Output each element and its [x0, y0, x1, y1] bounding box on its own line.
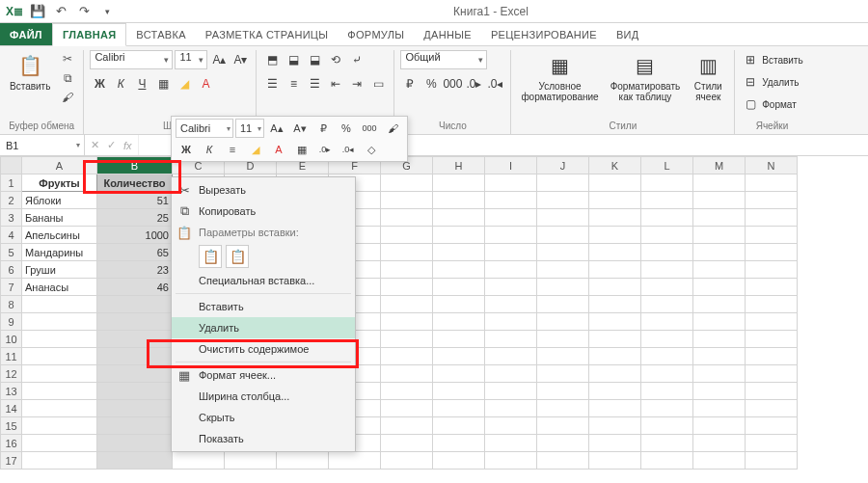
- cell-B6[interactable]: 23: [97, 261, 173, 279]
- cell-M16[interactable]: [693, 435, 746, 452]
- row-header-1[interactable]: 1: [1, 174, 22, 192]
- cell-G14[interactable]: [381, 400, 433, 417]
- cell-L12[interactable]: [641, 365, 693, 383]
- cell-H5[interactable]: [433, 244, 485, 261]
- cell-B1[interactable]: Количество: [97, 174, 173, 192]
- cell-M12[interactable]: [693, 365, 746, 383]
- ctx-show[interactable]: Показать: [172, 428, 355, 449]
- align-center-icon[interactable]: ≡: [284, 74, 303, 94]
- cell-A6[interactable]: Груши: [22, 261, 97, 279]
- cell-G6[interactable]: [381, 261, 433, 279]
- font-name-select[interactable]: Calibri▾: [90, 50, 173, 69]
- ctx-delete[interactable]: Удалить: [172, 317, 355, 338]
- tab-insert[interactable]: ВСТАВКА: [126, 23, 195, 45]
- row-header-3[interactable]: 3: [1, 209, 22, 227]
- align-middle-icon[interactable]: ⬓: [284, 50, 303, 69]
- increase-indent-icon[interactable]: ⇥: [347, 74, 366, 94]
- cell-A11[interactable]: [22, 348, 97, 365]
- cell-H17[interactable]: [433, 452, 485, 470]
- cell-H10[interactable]: [433, 331, 485, 348]
- cell-L17[interactable]: [641, 452, 693, 470]
- row-header-5[interactable]: 5: [1, 244, 22, 261]
- cell-B7[interactable]: 46: [97, 279, 173, 296]
- select-all-corner[interactable]: [1, 157, 22, 174]
- cell-G11[interactable]: [381, 348, 433, 365]
- ctx-column-width[interactable]: Ширина столбца...: [172, 386, 355, 407]
- paste-button[interactable]: 📋 Вставить: [6, 50, 54, 94]
- cell-J12[interactable]: [537, 365, 589, 383]
- delete-cells-button[interactable]: Удалить: [762, 77, 799, 88]
- cell-M17[interactable]: [693, 452, 746, 470]
- decrease-decimal-icon[interactable]: .0◂: [485, 74, 504, 94]
- row-header-15[interactable]: 15: [1, 417, 22, 435]
- cell-G7[interactable]: [381, 279, 433, 296]
- format-painter-icon[interactable]: 🖌: [58, 89, 77, 106]
- cell-N3[interactable]: [746, 209, 798, 227]
- cell-L5[interactable]: [641, 244, 693, 261]
- cell-M1[interactable]: [693, 174, 746, 192]
- name-box[interactable]: B1▾: [0, 135, 85, 155]
- cell-A2[interactable]: Яблоки: [22, 192, 97, 209]
- cell-N17[interactable]: [746, 452, 798, 470]
- cell-H6[interactable]: [433, 261, 485, 279]
- mini-percent-icon[interactable]: %: [336, 119, 357, 138]
- cell-G10[interactable]: [381, 331, 433, 348]
- cell-I13[interactable]: [485, 383, 537, 400]
- cell-A16[interactable]: [22, 435, 97, 452]
- mini-italic[interactable]: К: [199, 140, 220, 159]
- cell-G12[interactable]: [381, 365, 433, 383]
- cell-H2[interactable]: [433, 192, 485, 209]
- column-header-H[interactable]: H: [433, 157, 485, 174]
- cell-A8[interactable]: [22, 296, 97, 313]
- cell-H13[interactable]: [433, 383, 485, 400]
- cell-M6[interactable]: [693, 261, 746, 279]
- cell-G16[interactable]: [381, 435, 433, 452]
- row-header-14[interactable]: 14: [1, 400, 22, 417]
- cell-I3[interactable]: [485, 209, 537, 227]
- cell-H4[interactable]: [433, 227, 485, 244]
- mini-accounting-icon[interactable]: ₽: [312, 119, 334, 138]
- cell-A13[interactable]: [22, 383, 97, 400]
- cell-G3[interactable]: [381, 209, 433, 227]
- column-header-M[interactable]: M: [693, 157, 746, 174]
- tab-file[interactable]: ФАЙЛ: [0, 23, 52, 45]
- cell-L15[interactable]: [641, 417, 693, 435]
- copy-icon[interactable]: ⧉: [58, 69, 77, 87]
- row-header-17[interactable]: 17: [1, 452, 22, 470]
- cell-I9[interactable]: [485, 313, 537, 331]
- cell-L3[interactable]: [641, 209, 693, 227]
- increase-font-icon[interactable]: A▴: [209, 50, 229, 69]
- cell-J1[interactable]: [537, 174, 589, 192]
- ctx-format-cells[interactable]: ▦Формат ячеек...: [172, 364, 355, 386]
- decrease-font-icon[interactable]: A▾: [231, 50, 250, 69]
- column-header-K[interactable]: K: [589, 157, 641, 174]
- align-bottom-icon[interactable]: ⬓: [305, 50, 324, 69]
- cell-B17[interactable]: [97, 452, 173, 470]
- save-icon[interactable]: 💾: [27, 2, 48, 21]
- cell-K11[interactable]: [589, 348, 641, 365]
- cell-K9[interactable]: [589, 313, 641, 331]
- cell-A10[interactable]: [22, 331, 97, 348]
- format-cells-button[interactable]: Формат: [762, 99, 797, 110]
- cell-A1[interactable]: Фрукты: [22, 174, 97, 192]
- cell-M14[interactable]: [693, 400, 746, 417]
- cell-K8[interactable]: [589, 296, 641, 313]
- cell-B8[interactable]: [97, 296, 173, 313]
- increase-decimal-icon[interactable]: .0▸: [464, 74, 483, 94]
- ctx-cut[interactable]: ✂Вырезать: [172, 179, 355, 201]
- number-format-select[interactable]: Общий▾: [400, 50, 487, 69]
- cell-J4[interactable]: [537, 227, 589, 244]
- cell-H14[interactable]: [433, 400, 485, 417]
- conditional-formatting-button[interactable]: ▦ Условное форматирование: [517, 50, 602, 104]
- row-header-2[interactable]: 2: [1, 192, 22, 209]
- column-header-B[interactable]: B: [97, 157, 173, 174]
- cell-L11[interactable]: [641, 348, 693, 365]
- cell-M4[interactable]: [693, 227, 746, 244]
- cell-N4[interactable]: [746, 227, 798, 244]
- row-header-6[interactable]: 6: [1, 261, 22, 279]
- cell-L13[interactable]: [641, 383, 693, 400]
- mini-format-painter-icon[interactable]: 🖌: [382, 119, 403, 138]
- enter-icon[interactable]: ✓: [107, 139, 116, 151]
- cell-G4[interactable]: [381, 227, 433, 244]
- row-header-8[interactable]: 8: [1, 296, 22, 313]
